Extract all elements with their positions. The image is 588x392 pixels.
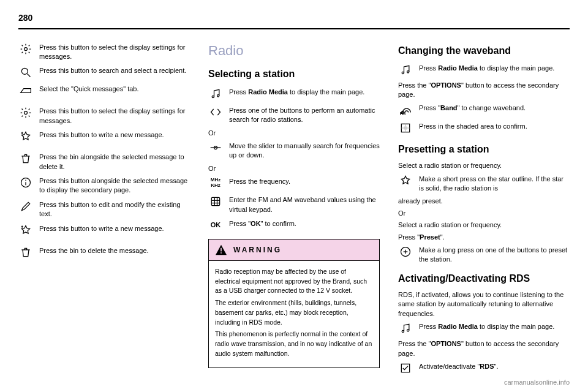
instruction-row: Press the bin to delete the message. — [18, 245, 190, 260]
instruction-row: Press in the shaded area to confirm. — [398, 121, 570, 135]
music-icon — [208, 86, 223, 101]
instruction-text: Press "OK" to confirm. — [229, 218, 380, 228]
instruction-row: Press Radio Media to display the main pa… — [398, 321, 570, 336]
instruction-text: Press this button to write a new message… — [39, 223, 190, 233]
instruction-row: MHzKHzPress the frequency. — [208, 176, 380, 190]
instruction-text: Enter the FM and AM waveband values usin… — [229, 194, 380, 214]
grid-icon — [398, 121, 413, 135]
instruction-text: Press this button to select the display … — [39, 105, 190, 126]
or-text: Or — [208, 164, 380, 173]
trash-icon — [18, 245, 33, 260]
paragraph: RDS, if activated, allows you to continu… — [398, 290, 570, 318]
svg-text:FM: FM — [400, 111, 405, 116]
paragraph: Select a radio station or frequency. — [398, 161, 570, 170]
instruction-row: Press this button alongside the selected… — [18, 175, 190, 195]
instruction-text: Press this button alongside the selected… — [39, 175, 190, 195]
paragraph: Select a radio station or frequency. — [398, 221, 570, 230]
instruction-row: OKPress "OK" to confirm. — [208, 218, 380, 233]
svg-rect-16 — [211, 197, 219, 205]
tab-icon — [18, 83, 33, 98]
ok-icon: OK — [208, 218, 223, 233]
trash-icon — [18, 151, 33, 166]
instruction-text: Make a short press on the star outline. … — [419, 173, 570, 194]
instruction-row: Activate/deactivate "RDS". — [398, 361, 570, 375]
svg-line-2 — [28, 74, 31, 77]
fm-icon: FM — [398, 102, 413, 117]
warning-box: WARNING Radio reception may be affected … — [208, 239, 380, 368]
instruction-text: Press Radio Media to display the main pa… — [229, 86, 380, 97]
instruction-row: Make a long press on one of the buttons … — [398, 244, 570, 265]
instruction-row: Press one of the buttons to perform an a… — [208, 105, 380, 125]
instruction-row: Press Radio Media to display the main pa… — [208, 86, 380, 101]
star-icon — [398, 173, 413, 188]
svg-point-11 — [212, 96, 214, 97]
footer-watermark: carmanualsonline.info — [504, 378, 570, 387]
subsection-selecting-station: Selecting a station — [208, 67, 380, 81]
instruction-text: Press "Band" to change waveband. — [419, 102, 570, 113]
column-3: Changing the waveband Press Radio Media … — [398, 42, 570, 379]
instruction-row: Move the slider to manually search for f… — [208, 140, 380, 160]
instruction-text: Make a long press on one of the buttons … — [419, 244, 570, 265]
instruction-text: Press Radio Media to display the main pa… — [419, 62, 570, 73]
svg-rect-30 — [404, 126, 407, 129]
keypad-icon — [208, 194, 223, 209]
gear-icon — [18, 42, 33, 56]
instruction-row: Make a short press on the star outline. … — [398, 173, 570, 194]
instruction-text: Press this button to select the display … — [39, 42, 190, 62]
mhz-icon: MHzKHz — [208, 176, 223, 190]
instruction-row: Press this button to search and select a… — [18, 65, 190, 80]
check-icon — [398, 361, 413, 375]
svg-point-24 — [407, 71, 409, 73]
paragraph: Press "Preset". — [398, 233, 570, 242]
instruction-text: Press this button to write a new message… — [39, 129, 190, 140]
subsection-rds: Activating/Deactivating RDS — [398, 272, 570, 285]
star-plus-icon — [18, 223, 33, 238]
instruction-row: Press this button to edit and modify the… — [18, 199, 190, 219]
svg-rect-22 — [221, 252, 222, 254]
star-plus-icon — [18, 129, 33, 144]
warning-title: WARNING — [233, 245, 282, 255]
music-icon — [398, 62, 413, 77]
instruction-row: Press this button to write a new message… — [18, 223, 190, 238]
instruction-row: Press this button to select the display … — [18, 105, 190, 126]
instruction-text: Press this button to search and select a… — [39, 65, 190, 75]
instruction-text: Press the frequency. — [229, 176, 380, 186]
or-text: Or — [398, 209, 570, 218]
svg-point-3 — [24, 111, 28, 115]
instruction-text: Press the bin alongside the selected mes… — [39, 151, 190, 172]
instruction-text: Press in the shaded area to confirm. — [419, 121, 570, 131]
warning-header: WARNING — [209, 239, 379, 261]
column-2: Radio Selecting a station Press Radio Me… — [208, 42, 380, 379]
arrows-icon — [208, 105, 223, 119]
warning-body: Radio reception may be affected by the u… — [209, 261, 379, 368]
instruction-row: Press Radio Media to display the main pa… — [398, 62, 570, 77]
info-icon — [18, 175, 33, 190]
subsection-changing-waveband: Changing the waveband — [398, 44, 570, 58]
paragraph: Press the "OPTIONS" button to access the… — [398, 339, 570, 358]
instruction-row: Press this button to write a new message… — [18, 129, 190, 144]
magnify-icon — [18, 65, 33, 80]
page-number: 280 — [18, 12, 570, 29]
svg-point-15 — [215, 147, 216, 148]
content-columns: Press this button to select the display … — [18, 42, 570, 379]
instruction-text: Press the bin to delete the message. — [39, 245, 190, 255]
instruction-row: Press the bin alongside the selected mes… — [18, 151, 190, 172]
instruction-row: FMPress "Band" to change waveband. — [398, 102, 570, 117]
svg-point-23 — [402, 72, 404, 74]
instruction-text: Activate/deactivate "RDS". — [419, 361, 570, 371]
instruction-text: Press this button to edit and modify the… — [39, 199, 190, 219]
instruction-text: Move the slider to manually search for f… — [229, 140, 380, 160]
column-1: Press this button to select the display … — [18, 42, 190, 379]
or-text: Or — [208, 129, 380, 138]
svg-point-12 — [217, 94, 219, 96]
instruction-text: Press Radio Media to display the main pa… — [419, 321, 570, 331]
svg-point-8 — [25, 179, 26, 181]
instruction-text: Press one of the buttons to perform an a… — [229, 105, 380, 125]
section-title-radio: Radio — [208, 42, 380, 61]
pencil-icon — [18, 199, 33, 214]
instruction-text: Select the "Quick messages" tab. — [39, 83, 190, 94]
paragraph: Press the "OPTIONS" button to access the… — [398, 81, 570, 100]
gear-icon — [18, 105, 33, 120]
instruction-row: Enter the FM and AM waveband values usin… — [208, 194, 380, 214]
subsection-presetting-station: Presetting a station — [398, 143, 570, 156]
